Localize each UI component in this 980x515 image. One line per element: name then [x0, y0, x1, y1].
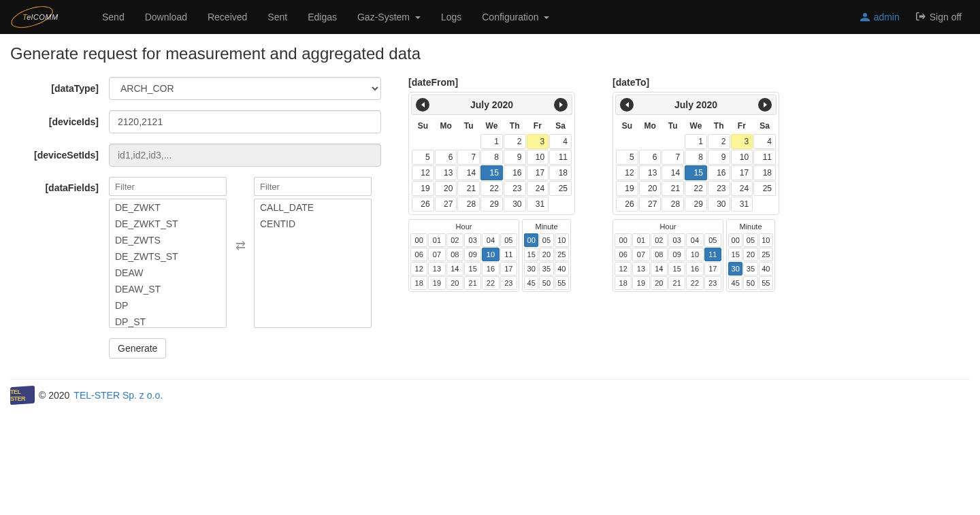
dateto-minute-10[interactable]: 10	[759, 233, 773, 247]
dateto-day-7[interactable]: 7	[662, 150, 684, 165]
dateto-day-15[interactable]: 15	[685, 165, 707, 180]
selected-option[interactable]: CALL_DATE	[255, 199, 371, 216]
datefrom-day-16[interactable]: 16	[504, 165, 526, 180]
datefrom-hour-21[interactable]: 21	[464, 276, 481, 290]
datefrom-hour-05[interactable]: 05	[500, 233, 517, 247]
datefrom-minute-15[interactable]: 15	[524, 248, 538, 261]
dateto-day-8[interactable]: 8	[685, 150, 707, 165]
nav-item-send[interactable]: Send	[92, 1, 135, 33]
dateto-day-9[interactable]: 9	[708, 150, 730, 165]
dateto-hour-04[interactable]: 04	[686, 233, 703, 247]
dateto-hour-02[interactable]: 02	[651, 233, 668, 247]
deviceids-input[interactable]	[109, 110, 381, 133]
dateto-hour-17[interactable]: 17	[704, 262, 721, 276]
dateto-hour-10[interactable]: 10	[686, 248, 703, 261]
datefrom-minute-25[interactable]: 25	[555, 248, 569, 261]
datefrom-hour-03[interactable]: 03	[464, 233, 481, 247]
datefrom-hour-15[interactable]: 15	[464, 262, 481, 276]
datefrom-hour-06[interactable]: 06	[410, 248, 427, 261]
datefrom-hour-00[interactable]: 00	[410, 233, 427, 247]
datefrom-minute-35[interactable]: 35	[539, 262, 553, 276]
dateto-day-17[interactable]: 17	[731, 165, 753, 180]
dateto-day-23[interactable]: 23	[708, 181, 730, 196]
datefrom-hour-10[interactable]: 10	[482, 248, 499, 261]
datefrom-day-31[interactable]: 31	[527, 197, 549, 212]
nav-item-download[interactable]: Download	[135, 1, 197, 33]
datefrom-day-14[interactable]: 14	[457, 165, 480, 180]
dateto-day-5[interactable]: 5	[616, 150, 638, 165]
dateto-day-26[interactable]: 26	[616, 197, 638, 212]
dateto-day-2[interactable]: 2	[708, 134, 730, 149]
dateto-day-16[interactable]: 16	[708, 165, 730, 180]
available-option[interactable]: DP	[110, 297, 226, 314]
datefrom-minute-20[interactable]: 20	[539, 248, 553, 261]
dateto-hour-15[interactable]: 15	[668, 262, 685, 276]
datefrom-day-26[interactable]: 26	[412, 197, 434, 212]
dateto-hour-23[interactable]: 23	[704, 276, 721, 290]
datefrom-day-25[interactable]: 25	[549, 181, 572, 196]
dateto-next-month-button[interactable]	[758, 98, 772, 112]
dateto-day-13[interactable]: 13	[639, 165, 662, 180]
available-listbox[interactable]: DE_ZWKTDE_ZWKT_STDE_ZWTSDE_ZWTS_STDEAWDE…	[109, 199, 227, 328]
dateto-day-30[interactable]: 30	[708, 197, 730, 212]
datefrom-day-20[interactable]: 20	[435, 181, 457, 196]
brand-logo[interactable]: TelCOMM	[10, 8, 85, 26]
dateto-hour-18[interactable]: 18	[615, 276, 632, 290]
datefrom-hour-12[interactable]: 12	[410, 262, 427, 276]
datefrom-day-5[interactable]: 5	[412, 150, 434, 165]
nav-item-configuration[interactable]: Configuration	[472, 1, 559, 33]
dateto-hour-09[interactable]: 09	[668, 248, 685, 261]
dateto-hour-16[interactable]: 16	[686, 262, 703, 276]
datefrom-day-24[interactable]: 24	[527, 181, 549, 196]
dateto-day-14[interactable]: 14	[662, 165, 684, 180]
datefrom-day-27[interactable]: 27	[435, 197, 457, 212]
dateto-minute-05[interactable]: 05	[743, 233, 757, 247]
datefrom-day-29[interactable]: 29	[480, 197, 503, 212]
dateto-minute-35[interactable]: 35	[743, 262, 757, 276]
datefrom-day-7[interactable]: 7	[457, 150, 480, 165]
dateto-day-3[interactable]: 3	[731, 134, 753, 149]
available-option[interactable]: DE_ZWKT	[110, 199, 226, 216]
dateto-day-25[interactable]: 25	[753, 181, 776, 196]
available-filter-input[interactable]	[109, 177, 227, 196]
dateto-minute-40[interactable]: 40	[759, 262, 773, 276]
datefrom-day-3[interactable]: 3	[527, 134, 549, 149]
dateto-day-24[interactable]: 24	[731, 181, 753, 196]
datefrom-minute-30[interactable]: 30	[524, 262, 538, 276]
nav-item-logs[interactable]: Logs	[431, 1, 472, 33]
datatype-select[interactable]: ARCH_COR	[109, 77, 381, 100]
dateto-hour-06[interactable]: 06	[615, 248, 632, 261]
generate-button[interactable]: Generate	[109, 338, 166, 359]
dateto-hour-22[interactable]: 22	[686, 276, 703, 290]
dateto-day-18[interactable]: 18	[753, 165, 776, 180]
dateto-hour-20[interactable]: 20	[651, 276, 668, 290]
dateto-day-28[interactable]: 28	[662, 197, 684, 212]
datefrom-day-13[interactable]: 13	[435, 165, 457, 180]
datefrom-hour-18[interactable]: 18	[410, 276, 427, 290]
nav-item-received[interactable]: Received	[197, 1, 257, 33]
datefrom-hour-02[interactable]: 02	[446, 233, 463, 247]
datefrom-day-15[interactable]: 15	[480, 165, 503, 180]
dateto-minute-45[interactable]: 45	[728, 276, 742, 290]
nav-item-edigas[interactable]: Edigas	[297, 1, 347, 33]
datefrom-minute-45[interactable]: 45	[524, 276, 538, 290]
datefrom-minute-05[interactable]: 05	[539, 233, 553, 247]
available-option[interactable]: DE_ZWTS_ST	[110, 248, 226, 265]
datefrom-prev-month-button[interactable]	[416, 98, 429, 112]
dateto-hour-08[interactable]: 08	[651, 248, 668, 261]
dateto-hour-01[interactable]: 01	[632, 233, 649, 247]
datefrom-hour-13[interactable]: 13	[428, 262, 445, 276]
datefrom-hour-22[interactable]: 22	[482, 276, 499, 290]
datefrom-day-30[interactable]: 30	[504, 197, 526, 212]
dateto-day-21[interactable]: 21	[662, 181, 684, 196]
dateto-day-12[interactable]: 12	[616, 165, 638, 180]
datefrom-minute-00[interactable]: 00	[524, 233, 538, 247]
dateto-minute-25[interactable]: 25	[759, 248, 773, 261]
datefrom-day-10[interactable]: 10	[527, 150, 549, 165]
dateto-prev-month-button[interactable]	[620, 98, 634, 112]
datefrom-next-month-button[interactable]	[554, 98, 568, 112]
dateto-day-1[interactable]: 1	[685, 134, 707, 149]
datefrom-day-22[interactable]: 22	[480, 181, 503, 196]
nav-item-gaz-system[interactable]: Gaz-System	[347, 1, 431, 33]
dateto-hour-13[interactable]: 13	[632, 262, 649, 276]
